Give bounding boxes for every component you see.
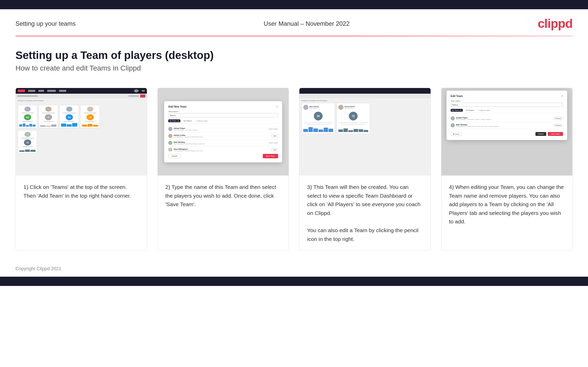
clippd-logo: clippd: [538, 16, 573, 31]
card-4-text: 4) When editing your Team, you can chang…: [441, 176, 573, 250]
cards-grid: Finding 5 of 5 players from All Players …: [15, 88, 573, 251]
header-center-text: User Manual – November 2022: [264, 20, 350, 27]
modal2-close-icon[interactable]: ✕: [276, 105, 278, 108]
remove-player-1-button[interactable]: Remove: [553, 117, 563, 120]
page-title: Setting up a Team of players (desktop): [15, 49, 573, 62]
card-3: Finding 5 of 5 players from All Players …: [299, 88, 431, 251]
modal2-title-text: Add New Team: [168, 105, 187, 108]
modal4-save-button[interactable]: Save Team: [548, 132, 563, 136]
footer: Copyright Clippd 2021: [0, 261, 588, 277]
card-3-text-p2: You can also edit a Team by clicking the…: [307, 227, 418, 242]
copyright-text: Copyright Clippd 2021: [15, 266, 61, 271]
card-4: Edit Team ✕ Team Name * Team A My Team (…: [441, 88, 573, 251]
card-3-text-p1: 3) This Team will then be created. You c…: [307, 184, 421, 216]
modal4-cancel-button[interactable]: Cancel: [535, 132, 546, 136]
modal4-close-icon[interactable]: ✕: [561, 95, 563, 98]
modal4-title-text: Edit Team: [451, 95, 463, 98]
modal2-save-button[interactable]: Save Team: [263, 154, 278, 158]
card-4-screenshot: Edit Team ✕ Team Name * Team A My Team (…: [441, 88, 573, 176]
main-content: Setting up a Team of players (desktop) H…: [0, 36, 588, 261]
top-bar: [0, 0, 588, 9]
card-2: Add New Team ✕ Team Name * Team A My Tea…: [157, 88, 289, 251]
bottom-bar: [0, 277, 588, 286]
card-1: Finding 5 of 5 players from All Players …: [15, 88, 147, 251]
card-1-screenshot: Finding 5 of 5 players from All Players …: [16, 88, 147, 176]
header: Setting up your teams User Manual – Nove…: [0, 9, 588, 36]
header-left-text: Setting up your teams: [15, 20, 75, 27]
modal4-delete-button[interactable]: 🗑 Delete: [451, 132, 462, 136]
page-subtitle: How to create and edit Teams in Clippd: [15, 64, 573, 72]
card-1-text: 1) Click on 'Teams' at the top of the sc…: [16, 176, 147, 250]
card-2-screenshot: Add New Team ✕ Team Name * Team A My Tea…: [158, 88, 289, 176]
remove-player-2-button[interactable]: Remove: [553, 124, 563, 127]
modal2-cancel-button[interactable]: Cancel: [168, 154, 181, 158]
card-2-text: 2) Type the name of this Team and then s…: [158, 176, 289, 250]
card-3-screenshot: Finding 5 of 5 players from All Players …: [299, 88, 431, 176]
card-3-text: 3) This Team will then be created. You c…: [299, 176, 431, 250]
